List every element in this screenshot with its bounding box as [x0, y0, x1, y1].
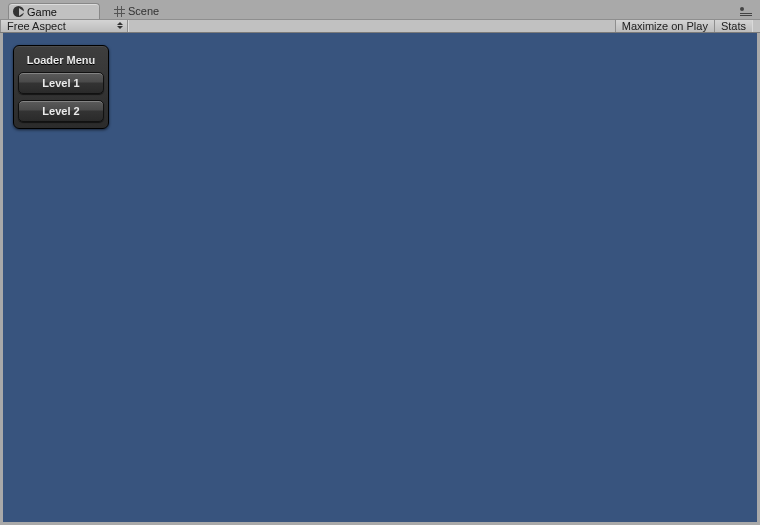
maximize-on-play-button[interactable]: Maximize on Play — [615, 20, 714, 32]
updown-icon — [117, 22, 123, 29]
tab-game-label: Game — [27, 4, 57, 20]
tab-game[interactable]: Game — [8, 3, 100, 19]
control-spacer — [128, 20, 615, 32]
scene-grid-icon — [114, 6, 125, 17]
game-control-bar: Free Aspect Maximize on Play Stats — [0, 19, 760, 33]
tab-scene[interactable]: Scene — [110, 3, 190, 19]
loader-menu-window[interactable]: Loader Menu Level 1 Level 2 — [13, 45, 109, 129]
tab-bar: Game Scene — [0, 0, 760, 19]
maximize-label: Maximize on Play — [622, 20, 708, 32]
loader-menu-title: Loader Menu — [18, 50, 104, 72]
game-viewport: Loader Menu Level 1 Level 2 — [3, 33, 757, 522]
aspect-ratio-label: Free Aspect — [7, 20, 66, 32]
stats-label: Stats — [721, 20, 746, 32]
control-tail — [752, 20, 760, 32]
level-1-button[interactable]: Level 1 — [18, 72, 104, 94]
game-icon — [13, 6, 24, 17]
tab-scene-label: Scene — [128, 3, 159, 19]
stats-button[interactable]: Stats — [714, 20, 752, 32]
tab-options-icon[interactable] — [740, 7, 752, 14]
aspect-ratio-select[interactable]: Free Aspect — [0, 20, 128, 32]
level-2-button[interactable]: Level 2 — [18, 100, 104, 122]
